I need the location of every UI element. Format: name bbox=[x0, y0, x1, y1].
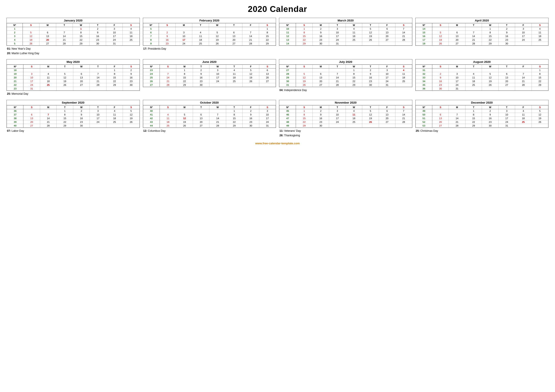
holidays-list: 07: Labor Day bbox=[7, 129, 140, 133]
holidays-list: 11: Veterans' Day26: Thanksgiving bbox=[279, 129, 412, 138]
calendar-grid: January 2020NºSMTWTFS1123425678910113121… bbox=[7, 18, 548, 138]
col-header: T bbox=[226, 105, 242, 109]
day-cell: 28 bbox=[465, 42, 482, 45]
day-cell: 20 bbox=[23, 120, 40, 124]
week-number: 4 bbox=[7, 38, 23, 42]
day-cell: 13 bbox=[73, 76, 89, 80]
day-cell: 31 bbox=[498, 124, 515, 127]
day-cell: 27 bbox=[226, 42, 242, 45]
week-number: 31 bbox=[416, 68, 432, 72]
day-cell: 30 bbox=[362, 83, 379, 87]
day-cell: 25 bbox=[226, 80, 242, 83]
day-cell: 22 bbox=[176, 80, 193, 83]
col-header: F bbox=[242, 23, 259, 27]
day-cell: 19 bbox=[123, 116, 139, 120]
col-header: Nº bbox=[416, 65, 432, 68]
day-cell: 1 bbox=[482, 27, 498, 31]
day-cell: 25 bbox=[465, 83, 482, 87]
day-cell: 2 bbox=[362, 68, 379, 72]
day-cell: 27 bbox=[312, 83, 329, 87]
day-cell: 23 bbox=[193, 80, 209, 83]
holidays-list: 17: Presidents Day bbox=[143, 47, 276, 51]
day-cell: 7 bbox=[242, 31, 259, 35]
day-cell bbox=[532, 124, 548, 127]
day-cell: 5 bbox=[176, 113, 193, 116]
website-link[interactable]: www.free-calendar-template.com bbox=[7, 142, 548, 145]
col-header: T bbox=[226, 65, 242, 68]
day-cell: 3 bbox=[449, 72, 465, 76]
day-cell bbox=[465, 27, 482, 31]
day-cell bbox=[160, 109, 176, 113]
day-cell bbox=[346, 42, 362, 45]
day-cell: 28 bbox=[449, 124, 465, 127]
day-cell bbox=[532, 42, 548, 45]
day-cell: 20 bbox=[226, 38, 242, 42]
week-number: 9 bbox=[143, 42, 159, 45]
day-cell: 11 bbox=[346, 113, 362, 116]
col-header: T bbox=[362, 105, 379, 109]
day-cell: 14 bbox=[329, 76, 346, 80]
day-cell: 21 bbox=[395, 116, 412, 120]
day-cell: 2 bbox=[89, 27, 106, 31]
day-cell: 27 bbox=[259, 80, 276, 83]
day-cell: 22 bbox=[465, 120, 482, 124]
day-cell: 8 bbox=[296, 31, 312, 35]
day-cell: 25 bbox=[40, 83, 56, 87]
day-cell: 5 bbox=[22, 31, 39, 35]
day-cell: 6 bbox=[73, 72, 89, 76]
col-header: M bbox=[40, 105, 56, 109]
day-cell bbox=[346, 124, 362, 127]
day-cell bbox=[176, 109, 193, 113]
day-cell: 24 bbox=[498, 120, 515, 124]
day-cell: 12 bbox=[362, 113, 379, 116]
col-header: Nº bbox=[7, 23, 23, 27]
day-cell: 10 bbox=[90, 113, 106, 116]
day-cell bbox=[362, 124, 379, 127]
col-header: F bbox=[379, 105, 395, 109]
day-cell: 21 bbox=[209, 120, 226, 124]
month-title: July 2020 bbox=[279, 59, 412, 65]
day-cell: 26 bbox=[362, 38, 379, 42]
col-header: S bbox=[395, 105, 412, 109]
day-cell bbox=[73, 68, 89, 72]
day-cell: 28 bbox=[40, 124, 56, 127]
day-cell: 28 bbox=[209, 124, 226, 127]
day-cell: 4 bbox=[346, 109, 362, 113]
day-cell: 24 bbox=[379, 80, 395, 83]
day-cell bbox=[329, 68, 346, 72]
day-cell: 24 bbox=[329, 38, 346, 42]
day-cell bbox=[23, 109, 40, 113]
day-cell: 27 bbox=[379, 120, 395, 124]
day-cell bbox=[395, 83, 412, 87]
col-header: T bbox=[329, 23, 346, 27]
day-cell: 8 bbox=[176, 72, 193, 76]
day-cell bbox=[39, 27, 56, 31]
day-cell: 14 bbox=[160, 76, 176, 80]
day-cell: 13 bbox=[449, 35, 465, 38]
day-cell: 12 bbox=[57, 76, 73, 80]
day-cell: 19 bbox=[22, 38, 39, 42]
week-number: 25 bbox=[143, 76, 160, 80]
week-number: 50 bbox=[416, 113, 432, 116]
day-cell bbox=[465, 87, 482, 91]
day-cell: 23 bbox=[498, 38, 515, 42]
holidays-list: 04: Independence Day bbox=[279, 88, 412, 93]
day-cell: 27 bbox=[432, 124, 449, 127]
col-header: T bbox=[362, 65, 379, 68]
day-cell: 9 bbox=[193, 72, 209, 76]
day-cell: 6 bbox=[498, 72, 515, 76]
day-cell: 1 bbox=[259, 27, 276, 31]
day-cell: 24 bbox=[515, 38, 532, 42]
day-cell: 8 bbox=[73, 31, 89, 35]
day-cell bbox=[362, 42, 379, 45]
day-cell bbox=[209, 27, 226, 31]
week-number: 36 bbox=[7, 109, 23, 113]
week-number: 48 bbox=[279, 120, 296, 124]
day-cell: 14 bbox=[395, 31, 412, 35]
col-header: T bbox=[56, 23, 73, 27]
month-block: February 2020NºSMTWTFS516234567879101112… bbox=[143, 18, 276, 56]
day-cell: 16 bbox=[73, 116, 89, 120]
day-cell: 23 bbox=[73, 120, 89, 124]
col-header: T bbox=[226, 23, 242, 27]
day-cell: 3 bbox=[90, 109, 106, 113]
